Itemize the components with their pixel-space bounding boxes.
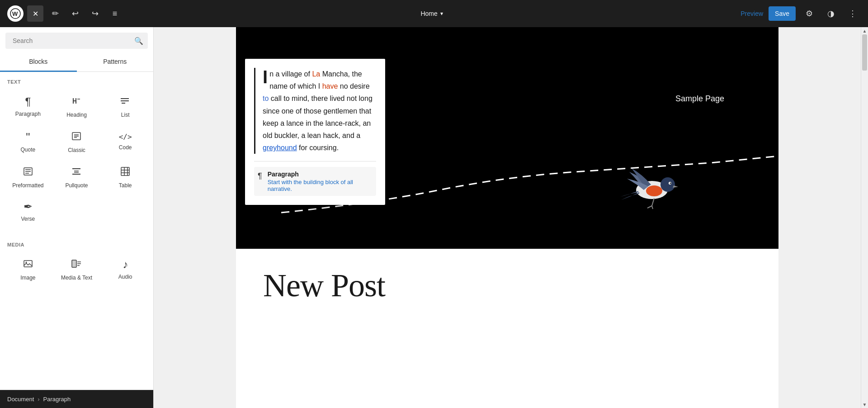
popup-subtext: Start with the building block of all nar… <box>268 179 373 192</box>
redo-button[interactable]: ↪ <box>87 5 103 22</box>
contrast-icon: ◑ <box>827 9 835 19</box>
edit-icon-button[interactable]: ✏ <box>47 5 63 22</box>
svg-point-25 <box>25 262 27 263</box>
canvas-area[interactable]: Sample Page In a village of La Mancha, t… <box>154 27 861 408</box>
tab-blocks[interactable]: Blocks <box>0 52 77 72</box>
breadcrumb-paragraph[interactable]: Paragraph <box>43 396 71 403</box>
image-icon <box>23 258 33 271</box>
edit-icon: ✏ <box>52 9 59 19</box>
popup-card: In a village of La Mancha, the name of w… <box>245 59 385 205</box>
svg-rect-6 <box>121 100 122 101</box>
hero-section[interactable]: Sample Page In a village of La Mancha, t… <box>236 27 778 249</box>
new-post-title[interactable]: New Post <box>263 267 751 304</box>
tab-patterns[interactable]: Patterns <box>77 52 154 72</box>
quote-label: Quote <box>20 147 35 153</box>
page-title-button[interactable]: Home ▾ <box>420 10 443 17</box>
block-item-heading[interactable]: Heading <box>52 88 101 123</box>
svg-rect-19 <box>121 167 129 176</box>
close-icon: ✕ <box>33 9 38 18</box>
block-item-audio[interactable]: ♪ Audio <box>101 251 150 286</box>
paragraph-suggestion-icon: ¶ <box>258 171 262 181</box>
pullquote-icon <box>71 166 82 179</box>
main-layout: 🔍 Blocks Patterns TEXT ¶ Paragraph <box>0 27 868 408</box>
code-icon: </> <box>119 133 132 141</box>
heading-label: Heading <box>66 112 87 118</box>
media-section-label: MEDIA <box>0 235 153 251</box>
search-bar: 🔍 <box>5 33 148 49</box>
block-item-list[interactable]: List <box>101 88 150 123</box>
breadcrumb: Document › Paragraph <box>0 390 153 408</box>
more-options-button[interactable]: ⋮ <box>844 5 861 22</box>
table-icon <box>120 166 131 179</box>
verse-icon: ✒ <box>24 201 33 212</box>
undo-icon: ↩ <box>72 9 79 19</box>
preformatted-label: Preformatted <box>12 182 43 189</box>
block-item-quote[interactable]: " Quote <box>4 123 52 159</box>
preformatted-icon <box>23 166 33 179</box>
toolbar-left: W ✕ ✏ ↩ ↪ ≡ <box>7 5 123 22</box>
new-post-section[interactable]: New Post <box>236 249 778 323</box>
page-canvas: Sample Page In a village of La Mancha, t… <box>236 27 778 408</box>
block-item-verse[interactable]: ✒ Verse <box>4 194 52 228</box>
toolbar-right: Preview Save ⚙ ◑ ⋮ <box>741 5 861 22</box>
sidebar-content: TEXT ¶ Paragraph Heading <box>0 72 153 390</box>
block-item-image[interactable]: Image <box>4 251 52 286</box>
svg-line-35 <box>652 198 654 206</box>
scroll-down-arrow[interactable]: ▼ <box>861 401 868 408</box>
popup-divider <box>254 161 376 161</box>
svg-point-31 <box>660 177 675 192</box>
audio-label: Audio <box>118 274 132 280</box>
contrast-button[interactable]: ◑ <box>823 5 839 22</box>
search-input[interactable] <box>10 33 134 49</box>
block-item-media-text[interactable]: Media & Text <box>52 251 101 286</box>
block-item-paragraph[interactable]: ¶ Paragraph <box>4 88 52 123</box>
verse-label: Verse <box>21 216 35 222</box>
preview-button[interactable]: Preview <box>741 10 763 17</box>
block-item-preformatted[interactable]: Preformatted <box>4 159 52 194</box>
heading-icon <box>71 95 82 108</box>
breadcrumb-document[interactable]: Document <box>7 396 34 403</box>
sample-page-label: Sample Page <box>675 94 724 104</box>
classic-icon <box>71 131 82 143</box>
svg-line-37 <box>652 206 653 209</box>
undo-button[interactable]: ↩ <box>67 5 83 22</box>
popup-body-text: In a village of La Mancha, the name of w… <box>254 68 376 154</box>
block-item-pullquote[interactable]: Pullquote <box>52 159 101 194</box>
page-title-label: Home <box>420 10 437 17</box>
settings-button[interactable]: ⚙ <box>801 5 817 22</box>
block-item-table[interactable]: Table <box>101 159 150 194</box>
svg-rect-24 <box>24 261 32 267</box>
pullquote-label: Pullquote <box>65 182 88 189</box>
code-label: Code <box>119 144 132 151</box>
search-icon: 🔍 <box>134 37 143 45</box>
scroll-thumb[interactable] <box>862 34 867 71</box>
block-item-code[interactable]: </> Code <box>101 123 150 159</box>
toolbar: W ✕ ✏ ↩ ↪ ≡ Home ▾ Preview Save ⚙ ◑ <box>0 0 868 27</box>
wordpress-logo[interactable]: W <box>7 5 24 22</box>
blocks-grid: ¶ Paragraph Heading <box>0 88 153 228</box>
block-item-classic[interactable]: Classic <box>52 123 101 159</box>
popup-suggestion: ¶ Paragraph Start with the building bloc… <box>254 167 376 196</box>
gear-icon: ⚙ <box>806 9 813 19</box>
letter-I: I <box>263 68 268 84</box>
svg-rect-5 <box>121 98 122 99</box>
bird <box>616 158 688 213</box>
text-section-label: TEXT <box>0 72 153 88</box>
media-blocks-grid: Image Media & Text ♪ Audio <box>0 251 153 286</box>
paragraph-label: Paragraph <box>15 111 41 117</box>
list-icon <box>120 95 131 108</box>
chevron-down-icon: ▾ <box>440 10 443 17</box>
svg-point-34 <box>646 185 662 196</box>
scroll-track <box>861 34 868 401</box>
media-text-icon <box>71 258 82 271</box>
breadcrumb-separator: › <box>38 396 39 403</box>
scroll-up-arrow[interactable]: ▲ <box>861 27 868 34</box>
toolbar-center: Home ▾ <box>420 10 443 17</box>
quote-icon: " <box>26 131 30 143</box>
media-text-label: Media & Text <box>61 275 92 281</box>
popup-heading: Paragraph <box>268 171 373 178</box>
close-button[interactable]: ✕ <box>27 5 43 22</box>
menu-button[interactable]: ≡ <box>107 5 123 22</box>
save-button[interactable]: Save <box>769 6 796 21</box>
svg-rect-26 <box>72 260 76 267</box>
